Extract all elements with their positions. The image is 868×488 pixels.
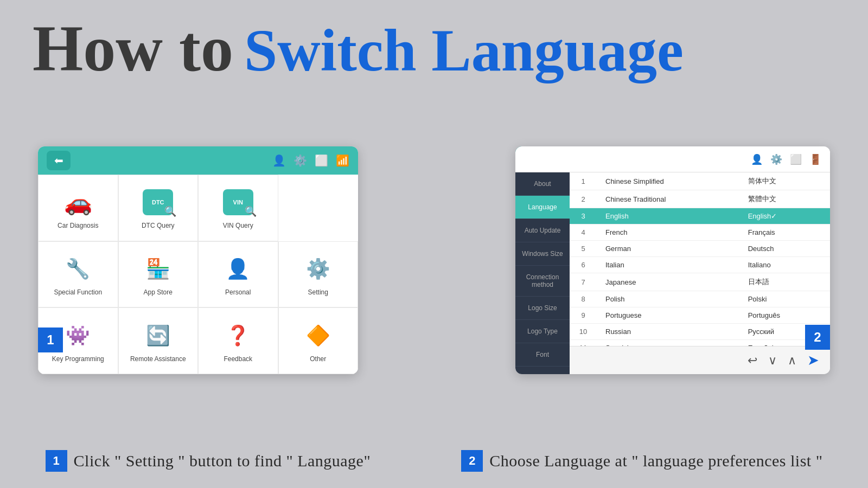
instruction-left: Click " Setting " button to find " Langu…	[74, 452, 371, 470]
personal-label: Personal	[225, 288, 251, 296]
special-function-label: Special Function	[54, 288, 102, 296]
left-panel: ⬅ 👤 ⚙️ ⬜ 📶 🚗 Car Diagnosis DTC🔍 DTC Quer…	[38, 146, 358, 374]
language-row-9[interactable]: 9 Portuguese Português	[570, 307, 830, 324]
app-item-other[interactable]: 🔶 Other	[278, 307, 359, 374]
key-programming-label: Key Programming	[52, 355, 104, 363]
language-row-6[interactable]: 6 Italian Italiano	[570, 257, 830, 273]
key-programming-icon: 👾	[62, 319, 94, 352]
lang-native: Português	[739, 307, 830, 324]
lang-native: Deutsch	[739, 241, 830, 257]
instruction-badge-1: 1	[46, 450, 67, 472]
title-area: How to Switch Language	[33, 16, 835, 81]
settings-content: 1 Chinese Simplified 简体中文 2 Chinese Trad…	[570, 146, 830, 374]
app-item-app-store[interactable]: 🏪 App Store	[118, 241, 199, 308]
lang-num: 4	[570, 224, 597, 241]
instruction-badge-2: 2	[461, 450, 483, 472]
instructions-area: 1 Click " Setting " button to find " Lan…	[0, 450, 868, 472]
step1-badge: 1	[38, 328, 63, 352]
crop-icon-right: ⬜	[790, 153, 802, 165]
lang-native: 日本語	[739, 273, 830, 291]
app-store-label: App Store	[144, 288, 173, 296]
setting-label: Setting	[308, 288, 328, 296]
language-row-8[interactable]: 8 Polish Polski	[570, 291, 830, 307]
app-item-personal[interactable]: 👤 Personal	[198, 241, 278, 308]
step2-badge: 2	[805, 325, 830, 350]
feedback-icon: ❓	[222, 319, 254, 352]
app-item-feedback[interactable]: ❓ Feedback	[198, 307, 278, 374]
lang-native: Français	[739, 224, 830, 241]
lang-num: 3	[570, 208, 597, 224]
vin-query-label: VIN Query	[223, 222, 253, 229]
language-row-2[interactable]: 2 Chinese Traditional 繁體中文	[570, 190, 830, 208]
up-button[interactable]: ∧	[788, 354, 796, 368]
lang-num: 1	[570, 172, 597, 190]
language-row-3[interactable]: 3 English English	[570, 208, 830, 224]
app-item-setting[interactable]: ⚙️ Setting	[278, 241, 359, 308]
lang-num: 5	[570, 241, 597, 257]
lang-name: Japanese	[597, 273, 739, 291]
lang-name: English	[597, 208, 739, 224]
sidebar-item-font[interactable]: Font	[515, 343, 570, 367]
app-store-icon: 🏪	[142, 253, 174, 285]
back-button[interactable]: ⬅	[47, 151, 71, 170]
lang-num: 10	[570, 324, 597, 340]
sidebar-item-windows-size[interactable]: Windows Size	[515, 242, 570, 266]
title-switch: Switch Language	[244, 21, 684, 80]
language-table: 1 Chinese Simplified 简体中文 2 Chinese Trad…	[570, 172, 830, 356]
dtc-query-icon: DTC🔍	[142, 186, 174, 219]
lang-name: Chinese Simplified	[597, 172, 739, 190]
other-icon: 🔶	[302, 319, 334, 352]
user-icon-right: 👤	[751, 153, 763, 165]
next-button[interactable]: ➤	[807, 352, 819, 369]
lang-num: 2	[570, 190, 597, 208]
close-icon-right: 🚪	[809, 153, 821, 165]
wifi-icon: 📶	[336, 154, 349, 167]
feedback-label: Feedback	[224, 355, 252, 363]
dtc-query-label: DTC Query	[142, 222, 175, 229]
instruction-right: Choose Language at " language preference…	[489, 452, 822, 470]
lang-name: German	[597, 241, 739, 257]
language-row-5[interactable]: 5 German Deutsch	[570, 241, 830, 257]
crop-icon: ⬜	[315, 154, 328, 167]
title-how: How to	[33, 16, 233, 81]
lang-num: 6	[570, 257, 597, 273]
car-diagnosis-label: Car Diagnosis	[58, 222, 98, 229]
language-row-7[interactable]: 7 Japanese 日本語	[570, 273, 830, 291]
lang-name: Russian	[597, 324, 739, 340]
app-item-dtc-query[interactable]: DTC🔍 DTC Query	[118, 175, 199, 241]
car-diagnosis-icon: 🚗	[62, 186, 94, 219]
app-grid: 🚗 Car Diagnosis DTC🔍 DTC Query VIN🔍 VIN …	[38, 175, 358, 374]
app-item-remote-assistance[interactable]: 🔄 Remote Assistance	[118, 307, 199, 374]
app-item-vin-query[interactable]: VIN🔍 VIN Query	[198, 175, 278, 241]
sidebar-item-logo-type[interactable]: Logo Type	[515, 320, 570, 343]
personal-icon: 👤	[222, 253, 254, 285]
app-item-empty1	[278, 175, 359, 241]
sidebar-item-language[interactable]: Language	[515, 196, 570, 219]
sidebar-item-about[interactable]: About	[515, 172, 570, 196]
lang-name: Chinese Traditional	[597, 190, 739, 208]
app-item-car-diagnosis[interactable]: 🚗 Car Diagnosis	[38, 175, 118, 241]
lang-name: Italian	[597, 257, 739, 273]
lang-name: French	[597, 224, 739, 241]
sidebar-item-auto-update[interactable]: Auto Update	[515, 219, 570, 242]
lang-native: 繁體中文	[739, 190, 830, 208]
app-item-special-function[interactable]: 🔧 Special Function	[38, 241, 118, 308]
panel-header: ⬅ 👤 ⚙️ ⬜ 📶	[38, 146, 358, 175]
lang-num: 9	[570, 307, 597, 324]
undo-button[interactable]: ↩	[748, 354, 757, 368]
sidebar-item-logo-size[interactable]: Logo Size	[515, 297, 570, 320]
language-row-4[interactable]: 4 French Français	[570, 224, 830, 241]
down-button[interactable]: ∨	[768, 354, 777, 368]
lang-native: English	[739, 208, 830, 224]
sidebar-item-connection-method[interactable]: Connection method	[515, 266, 570, 297]
right-panel: 🏠 👤 ⚙️ ⬜ 🚪 About Language Auto Update Wi…	[515, 146, 830, 374]
setting-icon: ⚙️	[302, 253, 334, 285]
remote-assistance-icon: 🔄	[142, 319, 174, 352]
panel-footer: ↩ ∨ ∧ ➤	[570, 346, 830, 374]
lang-name: Portuguese	[597, 307, 739, 324]
language-row-10[interactable]: 10 Russian Русский	[570, 324, 830, 340]
header-icons: 👤 ⚙️ ⬜ 📶	[272, 154, 349, 167]
special-function-icon: 🔧	[62, 253, 94, 285]
language-row-1[interactable]: 1 Chinese Simplified 简体中文	[570, 172, 830, 190]
lang-native: Italiano	[739, 257, 830, 273]
